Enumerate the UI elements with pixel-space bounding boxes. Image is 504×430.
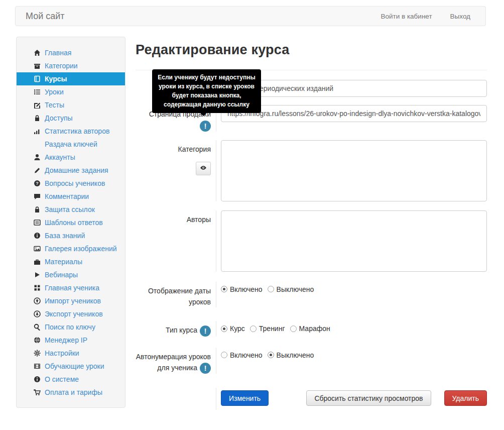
sidebar-item-22[interactable]: Поиск по ключу	[17, 320, 125, 334]
sidebar-item-27[interactable]: Оплата и тарифы	[17, 386, 125, 399]
sidebar-item-26[interactable]: О системе	[17, 373, 125, 386]
radio-icon[interactable]	[250, 326, 257, 332]
auto-numbering-label-line1: Автонумерация уроков	[136, 353, 211, 361]
film-icon	[34, 363, 42, 370]
top-navbar: Мой сайт Войти в кабинет Выход	[15, 6, 486, 26]
sidebar-item-13[interactable]: Защита ссылок	[17, 203, 125, 216]
course-type-option-2[interactable]: Тренинг	[250, 325, 285, 333]
sidebar-item-23[interactable]: Менеджер IP	[17, 334, 125, 347]
sidebar-item-label: Галерея изображений	[45, 245, 117, 253]
download-circle-icon	[34, 310, 42, 317]
sidebar-item-11[interactable]: ?Вопросы учеников	[17, 177, 125, 190]
list-icon	[34, 88, 42, 95]
sidebar-item-19[interactable]: Главная ученика	[17, 281, 125, 294]
lock-icon	[34, 115, 42, 122]
eye-preview-button[interactable]	[196, 162, 211, 175]
course-type-info-badge-icon[interactable]: !	[200, 326, 211, 337]
home-icon	[34, 49, 42, 56]
radio-option-label: Тренинг	[259, 325, 285, 333]
briefcase-icon	[34, 258, 42, 265]
svg-text:?: ?	[36, 181, 39, 186]
lesson-dates-option-2[interactable]: Выключено	[268, 285, 314, 293]
sidebar-item-label: Тесты	[45, 101, 64, 109]
sidebar-item-25[interactable]: Обучающие уроки	[17, 360, 125, 373]
sidebar-item-3[interactable]: Курсы	[17, 72, 125, 85]
pencil-icon	[34, 167, 42, 174]
logout-link[interactable]: Выход	[450, 13, 470, 20]
auto-numbering-option-2[interactable]: Выключено	[268, 351, 314, 359]
radio-icon[interactable]	[221, 286, 227, 292]
sidebar-item-16[interactable]: Галерея изображений	[17, 242, 125, 255]
category-label: Категория	[178, 145, 211, 153]
sidebar-item-label: Домашние задания	[45, 166, 108, 174]
sales-page-info-badge-icon[interactable]: !	[200, 121, 211, 132]
sidebar-item-7[interactable]: Статистика авторов	[17, 125, 125, 138]
auto-numbering-info-badge-icon[interactable]: !	[200, 363, 211, 374]
delete-button[interactable]: Удалить	[444, 390, 487, 406]
reset-stats-button[interactable]: Сбросить статистику просмотров	[306, 390, 431, 406]
gear-icon	[34, 350, 42, 357]
sidebar-item-label: Аккаунты	[45, 153, 75, 161]
submit-button[interactable]: Изменить	[221, 390, 269, 406]
radio-option-label: Включено	[230, 285, 263, 293]
auto-numbering-label-line2: для ученика	[157, 364, 197, 372]
radio-icon[interactable]	[268, 352, 274, 358]
auto-numbering-radio-group: ВключеноВыключено	[216, 348, 487, 374]
sidebar-item-18[interactable]: Вебинары	[17, 268, 125, 281]
radio-icon[interactable]	[221, 326, 227, 332]
course-edit-form: Страница продажи! Категория	[136, 80, 487, 410]
sidebar-item-1[interactable]: Главная	[17, 46, 125, 59]
sidebar-item-21[interactable]: Экспорт учеников	[17, 307, 125, 320]
sidebar-item-15[interactable]: База знаний	[17, 229, 125, 242]
radio-option-label: Выключено	[277, 285, 314, 293]
sidebar-item-20[interactable]: Импорт учеников	[17, 294, 125, 307]
edit-icon	[34, 101, 42, 109]
auto-numbering-option-1[interactable]: Включено	[221, 351, 263, 359]
login-cabinet-link[interactable]: Войти в кабинет	[381, 13, 432, 20]
sidebar: ГлавнаяКатегорииКурсыУрокиТестыДоступыСт…	[16, 37, 125, 408]
info-circle-icon	[34, 232, 42, 239]
sidebar-item-label: Главная	[45, 49, 71, 57]
sidebar-item-label: Комментарии	[45, 192, 89, 200]
play-icon	[34, 271, 42, 278]
site-brand[interactable]: Мой сайт	[26, 11, 65, 22]
sidebar-item-12[interactable]: Комментарии	[17, 190, 125, 203]
sidebar-item-5[interactable]: Тесты	[17, 98, 125, 112]
sidebar-item-label: Оплата и тарифы	[45, 388, 102, 396]
archive-icon	[34, 62, 42, 69]
sidebar-item-label: Обучающие уроки	[45, 362, 104, 370]
category-multiselect[interactable]	[221, 140, 487, 201]
bar-chart-icon	[34, 128, 42, 135]
course-type-option-1[interactable]: Курс	[221, 325, 245, 333]
course-type-radio-group: КурсТренингМарафон	[216, 321, 487, 336]
list-alt-icon	[34, 219, 42, 226]
lesson-dates-option-1[interactable]: Включено	[221, 285, 263, 293]
sidebar-item-label: Раздача ключей	[45, 140, 97, 148]
radio-icon[interactable]	[268, 286, 274, 292]
user-icon	[34, 154, 42, 161]
lesson-dates-radio-group: ВключеноВыключено	[216, 282, 487, 308]
sidebar-item-label: Настройки	[45, 349, 79, 357]
sidebar-item-6[interactable]: Доступы	[17, 112, 125, 125]
lesson-dates-label: Отображение даты уроков	[148, 287, 211, 306]
sidebar-item-9[interactable]: Аккаунты	[17, 151, 125, 164]
course-type-row: Тип курса! КурсТренингМарафон	[136, 321, 487, 336]
book-icon	[34, 75, 42, 82]
sidebar-item-17[interactable]: Материалы	[17, 255, 125, 268]
sidebar-item-label: Шаблоны ответов	[45, 219, 103, 227]
course-type-option-3[interactable]: Марафон	[290, 325, 330, 333]
sidebar-item-24[interactable]: Настройки	[17, 347, 125, 360]
sidebar-item-10[interactable]: Домашние задания	[17, 164, 125, 177]
sidebar-item-label: Вебинары	[45, 271, 78, 279]
sidebar-item-2[interactable]: Категории	[17, 59, 125, 72]
sidebar-item-4[interactable]: Уроки	[17, 85, 125, 98]
sidebar-item-label: Экспорт учеников	[45, 310, 103, 318]
sidebar-item-label: Курсы	[45, 75, 67, 83]
form-buttons-row: Изменить Сбросить статистику просмотров …	[136, 388, 487, 410]
authors-multiselect[interactable]	[221, 210, 487, 272]
sidebar-item-8[interactable]: Раздача ключей	[17, 138, 125, 151]
radio-icon[interactable]	[290, 326, 297, 332]
authors-row: Авторы	[136, 210, 487, 272]
radio-icon[interactable]	[221, 352, 227, 358]
sidebar-item-14[interactable]: Шаблоны ответов	[17, 216, 125, 229]
